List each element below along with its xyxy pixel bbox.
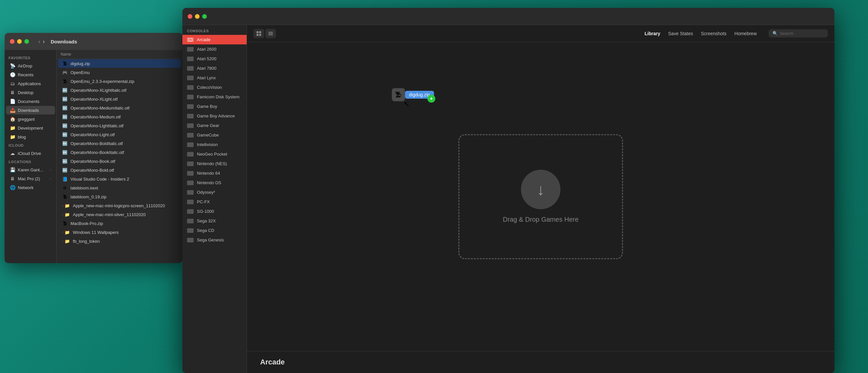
font-icon: 🔤 xyxy=(62,105,68,111)
intellivision-icon xyxy=(187,142,194,147)
sidebar-item-greggant[interactable]: 🏠 greggant xyxy=(6,115,55,123)
sidebar-item-applications[interactable]: 🗂 Applications xyxy=(6,79,55,88)
console-item-atari-5200[interactable]: Atari 5200 xyxy=(182,54,247,64)
close-button[interactable] xyxy=(10,39,14,44)
sidebar-item-label: iCloud Drive xyxy=(18,151,41,156)
favorites-section-label: Favorites xyxy=(5,54,56,61)
openemu-close-button[interactable] xyxy=(188,14,192,19)
library-section-title: Arcade xyxy=(260,358,285,366)
atari-5200-icon xyxy=(187,57,194,61)
nav-screenshots[interactable]: Screenshots xyxy=(701,30,726,37)
file-item-windows-wallpapers[interactable]: › 📁 Windows 11 Wallpapers xyxy=(58,228,181,237)
file-item-op-xlight[interactable]: 🔤 OperatorMono-XLight.otf xyxy=(58,95,181,103)
folder-icon: 📁 xyxy=(64,203,70,208)
file-item-op-lightitalic[interactable]: 🔤 OperatorMono-LightItalic.otf xyxy=(58,122,181,130)
folder-icon: 📁 xyxy=(10,125,15,131)
sidebar-item-mac-pro[interactable]: 🖥 Mac Pro (2) › xyxy=(6,174,55,183)
file-item-op-meditalic[interactable]: 🔤 OperatorMono-MediumItalic.otf xyxy=(58,104,181,112)
forward-arrow-icon[interactable]: › xyxy=(43,38,45,45)
chevron-right-icon: › xyxy=(62,204,63,208)
applications-icon: 🗂 xyxy=(10,81,15,86)
console-item-intellivision[interactable]: Intellivision xyxy=(182,140,247,149)
font-icon: 🔤 xyxy=(62,132,68,137)
console-item-sega-cd[interactable]: Sega CD xyxy=(182,226,247,235)
sidebar-item-karen-gant[interactable]: 💾 Karen Gant... › xyxy=(6,165,55,174)
nav-library[interactable]: Library xyxy=(645,30,660,37)
file-name: fb_long_token xyxy=(73,239,100,244)
file-name: OpenEmu_2.3.3-experimental.zip xyxy=(70,79,134,84)
console-item-game-gear[interactable]: Game Gear xyxy=(182,121,247,130)
file-item-op-bolditalic[interactable]: 🔤 OperatorMono-BoldItalic.otf xyxy=(58,139,181,148)
console-item-neogeo-pocket[interactable]: NeoGeo Pocket xyxy=(182,149,247,159)
console-item-atari-lynx[interactable]: Atari Lynx xyxy=(182,73,247,82)
file-item-apple-silver[interactable]: › 📁 Apple_new-mac-mini-silver_11102020 xyxy=(58,210,181,219)
sidebar-item-airdrop[interactable]: 📡 AirDrop xyxy=(6,62,55,70)
sidebar-item-network[interactable]: 🌐 Network xyxy=(6,183,55,192)
search-input[interactable] xyxy=(780,31,824,36)
chevron-right-icon: › xyxy=(62,239,63,243)
drop-zone-text: Drag & Drop Games Here xyxy=(503,216,579,223)
file-item-openemu-zip[interactable]: 🗜 OpenEmu_2.3.3-experimental.zip xyxy=(58,77,181,86)
console-item-sega-32x[interactable]: Sega 32X xyxy=(182,216,247,226)
finder-window: ‹ › Downloads Favorites 📡 AirDrop 🕐 Rece… xyxy=(5,33,182,263)
file-item-op-medium[interactable]: 🔤 OperatorMono-Medium.otf xyxy=(58,112,181,121)
nav-save-states[interactable]: Save States xyxy=(668,30,693,37)
console-item-sg-1000[interactable]: SG-1000 xyxy=(182,207,247,216)
back-arrow-icon[interactable]: ‹ xyxy=(38,38,40,45)
file-item-op-xlightitalic[interactable]: 🔤 OperatorMono-XLightItalic.otf xyxy=(58,86,181,94)
openemu-minimize-button[interactable] xyxy=(195,14,199,19)
sidebar-item-icloud-drive[interactable]: ☁ iCloud Drive xyxy=(6,149,55,158)
file-item-macbook-zip[interactable]: 🗜 MacBook-Pro.zip xyxy=(58,219,181,228)
file-item-latebloom-zip[interactable]: 🗜 latebloom_0.19.zip xyxy=(58,193,181,201)
sidebar-item-desktop[interactable]: 🖥 Desktop xyxy=(6,88,55,97)
file-name: MacBook-Pro.zip xyxy=(70,221,103,226)
console-item-atari-2600[interactable]: Atari 2600 xyxy=(182,44,247,54)
grid-view-button[interactable] xyxy=(253,29,264,38)
console-sidebar: Consoles Arcade Atari 2600 Atari 5200 At… xyxy=(182,25,247,373)
openemu-maximize-button[interactable] xyxy=(202,14,207,19)
openemu-body: Consoles Arcade Atari 2600 Atari 5200 At… xyxy=(182,25,834,373)
console-item-famicom-disk[interactable]: Famicom Disk System xyxy=(182,92,247,102)
kext-icon: ⚙ xyxy=(62,185,68,191)
console-item-nintendo-ds[interactable]: Nintendo DS xyxy=(182,178,247,188)
folder-icon: 📁 xyxy=(10,134,15,139)
finder-body: Favorites 📡 AirDrop 🕐 Recents 🗂 Applicat… xyxy=(5,50,182,263)
console-item-game-boy[interactable]: Game Boy xyxy=(182,102,247,111)
sidebar-item-development[interactable]: 📁 Development xyxy=(6,124,55,132)
sidebar-item-documents[interactable]: 📄 Documents xyxy=(6,97,55,106)
atari-7800-icon xyxy=(187,66,194,71)
file-item-fb-long[interactable]: › 📁 fb_long_token xyxy=(58,237,181,245)
sidebar-item-blog[interactable]: 📁 blog xyxy=(6,133,55,141)
file-item-op-bookitalic[interactable]: 🔤 OperatorMono-BookItalic.otf xyxy=(58,148,181,157)
file-item-op-light[interactable]: 🔤 OperatorMono-Light.otf xyxy=(58,130,181,139)
console-item-nintendo-nes[interactable]: Nintendo (NES) xyxy=(182,159,247,168)
console-item-atari-7800[interactable]: Atari 7800 xyxy=(182,64,247,73)
file-item-openemu[interactable]: 🎮 OpenEmu xyxy=(58,68,181,77)
maximize-button[interactable] xyxy=(24,39,29,44)
file-item-op-bold[interactable]: 🔤 OperatorMono-Bold.otf xyxy=(58,166,181,174)
file-name: latebloom_0.19.zip xyxy=(70,194,106,199)
console-item-pc-fx[interactable]: PC-FX xyxy=(182,197,247,207)
nav-homebrew[interactable]: Homebrew xyxy=(734,30,757,37)
console-item-arcade[interactable]: Arcade xyxy=(182,35,247,44)
file-item-digdug[interactable]: 🗜 digdug.zip xyxy=(58,59,181,68)
sidebar-item-recents[interactable]: 🕐 Recents xyxy=(6,70,55,79)
console-item-sega-genesis[interactable]: Sega Genesis xyxy=(182,235,247,245)
drop-zone-box[interactable]: ↓ Drag & Drop Games Here xyxy=(458,134,623,259)
file-item-op-book[interactable]: 🔤 OperatorMono-Book.otf xyxy=(58,157,181,165)
file-name: digdug.zip xyxy=(70,61,90,66)
console-item-gamecube[interactable]: GameCube xyxy=(182,130,247,140)
file-item-latebloom-kext[interactable]: ⚙ latebloom.kext xyxy=(58,183,181,192)
console-item-nintendo-64[interactable]: Nintendo 64 xyxy=(182,168,247,178)
minimize-button[interactable] xyxy=(17,39,22,44)
console-item-colecovision[interactable]: ColecoVision xyxy=(182,82,247,92)
console-item-odyssey2[interactable]: Odyssey² xyxy=(182,188,247,197)
sidebar-item-downloads[interactable]: 📥 Downloads xyxy=(6,106,55,114)
famicom-disk-icon xyxy=(187,95,194,99)
file-item-apple-logicpro[interactable]: › 📁 Apple_new-mac-mini-logicpro-screen_1… xyxy=(58,201,181,210)
sidebar-item-label: Development xyxy=(18,126,43,131)
sidebar-item-label: Recents xyxy=(18,72,34,77)
list-view-button[interactable] xyxy=(266,29,276,38)
console-item-game-boy-advance[interactable]: Game Boy Advance xyxy=(182,111,247,121)
file-item-vscode[interactable]: 📘 Visual Studio Code - Insiders 2 xyxy=(58,175,181,183)
